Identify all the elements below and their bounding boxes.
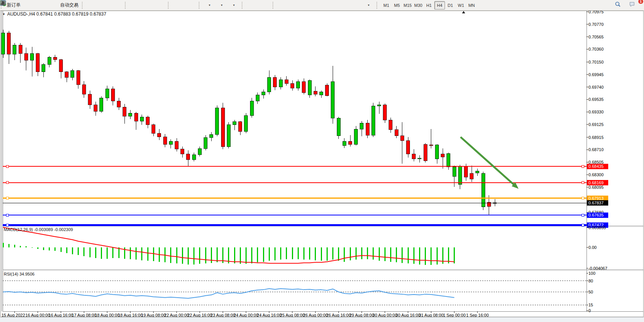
candle-22 <box>129 113 132 116</box>
svg-text:0.00: 0.00 <box>588 245 596 250</box>
community-button[interactable]: 1 <box>629 1 641 10</box>
quick-trade-button[interactable] <box>22 1 34 10</box>
dropdown-caret-icon[interactable]: ▾ <box>233 3 234 7</box>
candle-59 <box>343 141 346 145</box>
line-handle-right[interactable] <box>582 197 584 199</box>
toolbar-separator <box>273 2 275 9</box>
svg-text:0.68300: 0.68300 <box>588 172 604 177</box>
line-handle-right[interactable] <box>582 224 584 226</box>
timeframe-button-mn[interactable]: MN <box>466 1 477 10</box>
timeframe-button-h4[interactable]: H4 <box>434 1 445 10</box>
candle-17 <box>100 98 103 111</box>
candle-72 <box>418 158 421 159</box>
periods-button[interactable]: ▾ <box>215 1 228 10</box>
candle-49 <box>285 80 288 83</box>
price-chip-0.68169: 0.68169 <box>587 180 608 185</box>
candle-77 <box>447 153 450 167</box>
community-icon <box>629 1 635 7</box>
candle-83 <box>481 174 485 207</box>
candle-71 <box>412 154 416 159</box>
line-chart-button[interactable] <box>111 1 123 10</box>
candle-78 <box>453 167 456 177</box>
candle-75 <box>435 145 439 159</box>
line-handle-left[interactable] <box>6 214 8 216</box>
candle-67 <box>389 120 392 130</box>
chart-shift-button[interactable] <box>185 1 197 10</box>
candle-19 <box>111 89 115 101</box>
notification-badge: 1 <box>638 0 643 4</box>
text-label-tool-button[interactable]: T <box>350 1 362 10</box>
candle-41 <box>239 122 242 132</box>
candle-16 <box>94 105 97 112</box>
svg-text:0.69740: 0.69740 <box>588 85 604 89</box>
svg-text:0.68095: 0.68095 <box>588 185 604 190</box>
indicators-button[interactable]: ▾ <box>203 1 215 10</box>
svg-text:80: 80 <box>588 279 593 283</box>
line-handle-left[interactable] <box>6 197 8 199</box>
candle-53 <box>308 80 311 95</box>
equidistant-channel-tool-button[interactable]: E <box>314 1 326 10</box>
candle-48 <box>279 80 282 87</box>
templates-button[interactable]: ▾ <box>228 1 240 10</box>
candle-32 <box>187 154 190 159</box>
candle-45 <box>262 92 265 95</box>
candle-31 <box>181 149 184 154</box>
candle-11 <box>65 72 69 77</box>
auto-trading-button[interactable]: 自动交易 <box>59 1 80 10</box>
line-handle-left[interactable] <box>6 182 8 184</box>
candlestick-chart-button[interactable] <box>99 1 111 10</box>
price-chip-0.67913: 0.67913 <box>587 196 608 201</box>
line-handle-right[interactable] <box>582 214 584 216</box>
line-handle-left[interactable] <box>6 165 8 167</box>
candle-24 <box>140 117 143 121</box>
line-handle-left[interactable] <box>6 224 8 226</box>
timeframe-button-m30[interactable]: M30 <box>413 1 424 10</box>
tile-windows-button[interactable] <box>154 1 166 10</box>
timeframe-button-m5[interactable]: M5 <box>392 1 402 10</box>
horizontal-line-tool-button[interactable] <box>289 1 301 10</box>
chevron-down-icon[interactable]: ▼ <box>2 13 5 16</box>
candle-12 <box>71 70 74 77</box>
toolbar-separator <box>168 2 171 9</box>
timeframe-button-w1[interactable]: W1 <box>456 1 466 10</box>
svg-text:0.67635: 0.67635 <box>588 213 604 217</box>
timeframe-toolbar: M1M5M15M30H1H4D1W1MN <box>380 0 478 10</box>
candle-9 <box>53 57 57 59</box>
line-handle-right[interactable] <box>582 182 584 184</box>
market-watch-button[interactable] <box>34 1 46 10</box>
candle-26 <box>152 125 155 133</box>
toolbar-separator <box>376 2 379 9</box>
zoom-in-button[interactable] <box>129 1 142 10</box>
timeframe-button-m1[interactable]: M1 <box>381 1 392 10</box>
text-tool-button[interactable]: A <box>338 1 350 10</box>
auto-scroll-button[interactable] <box>172 1 185 10</box>
candle-15 <box>88 94 92 105</box>
arrows-tool-button[interactable]: ▾ <box>362 1 375 10</box>
candle-52 <box>302 81 306 92</box>
bar-chart-button[interactable] <box>86 1 99 10</box>
chart-canvas[interactable]: 0.709750.707700.705650.703600.701500.699… <box>0 0 644 322</box>
search-button[interactable] <box>614 1 626 10</box>
crosshair-tool-button[interactable] <box>258 1 271 10</box>
candle-37 <box>215 108 219 134</box>
candle-43 <box>250 101 253 115</box>
timeframe-button-d1[interactable]: D1 <box>445 1 456 10</box>
new-order-button[interactable]: 新订单 <box>5 1 22 10</box>
dropdown-caret-icon[interactable]: ▾ <box>221 3 222 7</box>
vertical-line-tool-button[interactable] <box>277 1 289 10</box>
trendline-tool-button[interactable] <box>301 1 314 10</box>
signals-button[interactable] <box>46 1 59 10</box>
cursor-tool-button[interactable] <box>246 1 258 10</box>
zoom-out-button[interactable] <box>142 1 154 10</box>
candle-8 <box>48 57 51 64</box>
dropdown-caret-icon[interactable]: ▾ <box>209 3 210 7</box>
support-resistance-line-0.67472[interactable] <box>3 224 587 226</box>
timeframe-button-h1[interactable]: H1 <box>424 1 434 10</box>
candle-7 <box>42 64 45 72</box>
fibonacci-tool-button[interactable]: F <box>326 1 338 10</box>
svg-text:0.67913: 0.67913 <box>588 196 604 201</box>
line-handle-right[interactable] <box>582 165 584 167</box>
dropdown-caret-icon[interactable]: ▾ <box>368 3 369 7</box>
timeframe-button-m15[interactable]: M15 <box>402 1 413 10</box>
candle-25 <box>146 117 150 125</box>
